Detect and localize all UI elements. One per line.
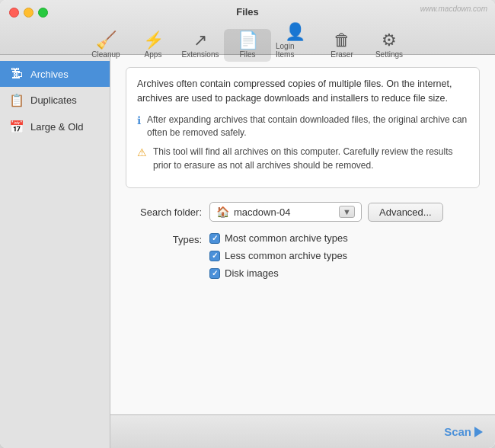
window-title: Files — [9, 6, 486, 18]
titlebar: Files www.macdown.com 🧹 Cleanup ⚡ Apps ↗… — [0, 0, 495, 55]
toolbar-item-extensions[interactable]: ↗ Extensions — [177, 29, 224, 62]
toolbar-item-login-items[interactable]: 👤 Login Items — [271, 21, 318, 62]
toolbar-item-files[interactable]: 📄 Files — [224, 29, 271, 62]
checkbox-disk-images-label: Disk images — [225, 267, 279, 279]
toolbar-label-apps: Apps — [145, 50, 162, 59]
content-inner: Archives often contain compressed copies… — [110, 55, 495, 414]
folder-select[interactable]: 🏠 macdown-04 ▼ — [209, 202, 362, 222]
checkbox-less-common-label: Less common archive types — [225, 250, 347, 261]
large-old-icon: 📅 — [9, 120, 24, 134]
info-note-text: After expanding archives that contain do… — [147, 114, 468, 140]
toolbar-label-login-items: Login Items — [276, 42, 314, 59]
app-window: Files www.macdown.com 🧹 Cleanup ⚡ Apps ↗… — [0, 0, 495, 448]
description-box: Archives often contain compressed copies… — [126, 67, 480, 188]
scan-label: Scan — [444, 425, 471, 438]
checkbox-most-common-box[interactable]: ✓ — [209, 233, 220, 244]
warning-note-row: ⚠ This tool will find all archives on th… — [137, 146, 468, 172]
scan-arrow-icon — [474, 427, 483, 437]
toolbar-label-cleanup: Cleanup — [91, 50, 120, 59]
checkmark-most-common: ✓ — [212, 234, 218, 242]
files-icon: 📄 — [238, 32, 258, 49]
settings-icon: ⚙ — [382, 32, 397, 49]
toolbar-label-settings: Settings — [375, 50, 403, 59]
warning-note-text: This tool will find all archives on this… — [153, 146, 468, 172]
search-folder-row: Search folder: 🏠 macdown-04 ▼ Advanced..… — [126, 202, 480, 222]
types-section: Types: ✓ Most common archive types ✓ — [126, 232, 480, 279]
sidebar-label-archives: Archives — [30, 69, 69, 80]
checkbox-most-common[interactable]: ✓ Most common archive types — [209, 232, 348, 244]
types-label: Types: — [126, 234, 202, 245]
checkbox-most-common-label: Most common archive types — [225, 232, 348, 244]
sidebar-label-duplicates: Duplicates — [30, 94, 77, 106]
checkbox-less-common[interactable]: ✓ Less common archive types — [209, 250, 348, 261]
description-text: Archives often contain compressed copies… — [137, 77, 468, 106]
info-note-row: ℹ After expanding archives that contain … — [137, 114, 468, 140]
content-area: Archives often contain compressed copies… — [110, 55, 495, 448]
folder-icon: 🏠 — [216, 206, 229, 218]
close-button[interactable] — [9, 8, 19, 18]
warning-icon: ⚠ — [137, 146, 147, 158]
watermark: www.macdown.com — [420, 5, 487, 13]
toolbar-item-eraser[interactable]: 🗑 Eraser — [318, 29, 366, 62]
maximize-button[interactable] — [38, 8, 48, 18]
minimize-button[interactable] — [24, 8, 34, 18]
bottom-bar: Scan — [110, 414, 495, 448]
extensions-icon: ↗ — [193, 32, 207, 49]
info-icon: ℹ — [137, 114, 141, 126]
toolbar-label-extensions: Extensions — [182, 50, 219, 59]
search-folder-label: Search folder: — [126, 206, 202, 218]
archives-icon: 🗜 — [9, 67, 24, 81]
checkbox-disk-images[interactable]: ✓ Disk images — [209, 267, 348, 279]
cleanup-icon: 🧹 — [96, 32, 117, 49]
toolbar-item-cleanup[interactable]: 🧹 Cleanup — [82, 29, 129, 62]
sidebar-item-duplicates[interactable]: 📋 Duplicates — [0, 87, 110, 114]
advanced-button[interactable]: Advanced... — [368, 203, 443, 222]
checkboxes-group: ✓ Most common archive types ✓ Less commo… — [209, 232, 348, 279]
sidebar: 🗜 Archives 📋 Duplicates 📅 Large & Old — [0, 55, 110, 448]
folder-name-text: macdown-04 — [234, 206, 334, 218]
sidebar-item-large-old[interactable]: 📅 Large & Old — [0, 114, 110, 140]
folder-dropdown-arrow[interactable]: ▼ — [339, 206, 355, 218]
toolbar: 🧹 Cleanup ⚡ Apps ↗ Extensions 📄 Files 👤 … — [82, 21, 413, 66]
checkmark-less-common: ✓ — [212, 251, 218, 260]
apps-icon: ⚡ — [143, 32, 164, 49]
duplicates-icon: 📋 — [9, 93, 24, 107]
sidebar-label-large-old: Large & Old — [30, 121, 83, 133]
window-controls — [9, 8, 48, 18]
scan-button[interactable]: Scan — [444, 425, 483, 438]
folder-select-container: 🏠 macdown-04 ▼ Advanced... — [209, 202, 443, 222]
toolbar-item-apps[interactable]: ⚡ Apps — [129, 29, 177, 62]
form-section: Search folder: 🏠 macdown-04 ▼ Advanced..… — [126, 199, 480, 282]
checkbox-disk-images-box[interactable]: ✓ — [209, 268, 220, 279]
toolbar-label-files: Files — [239, 50, 255, 59]
toolbar-item-settings[interactable]: ⚙ Settings — [366, 29, 413, 62]
main-area: 🗜 Archives 📋 Duplicates 📅 Large & Old Ar… — [0, 55, 495, 448]
checkmark-disk-images: ✓ — [212, 269, 218, 277]
eraser-icon: 🗑 — [334, 32, 350, 49]
toolbar-label-eraser: Eraser — [331, 50, 353, 59]
login-items-icon: 👤 — [285, 24, 305, 40]
checkbox-less-common-box[interactable]: ✓ — [209, 251, 220, 261]
